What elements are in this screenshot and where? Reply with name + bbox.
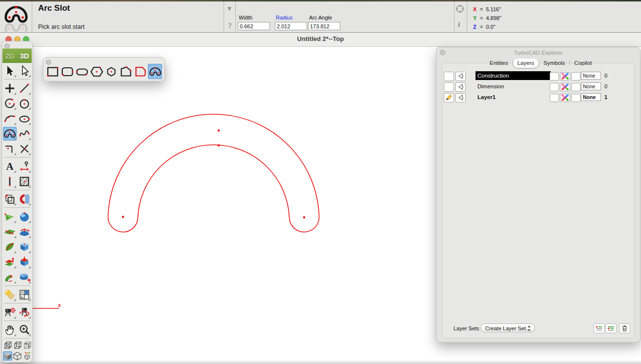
bend-solid-tool[interactable] — [3, 270, 17, 284]
arc-angle-input[interactable] — [308, 22, 340, 30]
extrude-layers-tool[interactable] — [3, 255, 17, 269]
cone-3d-tool[interactable] — [3, 210, 17, 223]
sweep-3d-tool[interactable] — [3, 240, 17, 254]
layer-render-mode[interactable]: None — [581, 93, 601, 101]
line-tool[interactable] — [18, 81, 31, 95]
layer-name[interactable]: Construction — [476, 71, 551, 80]
text-tool[interactable]: A — [3, 160, 17, 173]
update-layer-set-button[interactable] — [605, 324, 617, 333]
hexagon-tool[interactable] — [89, 64, 103, 79]
rectangle-tool[interactable] — [45, 64, 60, 79]
new-layer-set-button[interactable] — [594, 324, 605, 333]
layer-flag-toggle[interactable] — [455, 93, 466, 102]
layer-material-box[interactable] — [571, 72, 580, 81]
layer-sets-dropdown[interactable]: Create Layer Set... — [480, 324, 535, 332]
render-options-view[interactable] — [22, 351, 32, 361]
duplicate-tool[interactable] — [3, 192, 17, 206]
layer-name[interactable]: Layer1 — [476, 93, 551, 101]
arc-tool[interactable] — [3, 97, 17, 110]
cylinder-add-tool[interactable] — [18, 270, 31, 284]
tab-entities[interactable]: Entities — [485, 59, 513, 68]
explorer-title: TurboCAD Explorer — [436, 50, 640, 56]
layer-pen-swatch[interactable] — [560, 83, 570, 91]
polygon-tool[interactable] — [104, 64, 118, 79]
tool-grid: A — [2, 63, 32, 361]
dimension-tool[interactable] — [18, 160, 31, 173]
layer-edit-toggle[interactable] — [444, 93, 454, 102]
equals-sign: = — [480, 24, 483, 30]
shape-tool-row — [45, 64, 162, 79]
layer-flag-toggle[interactable] — [455, 72, 466, 81]
layer-color-box[interactable] — [550, 94, 559, 102]
layer-name[interactable]: Dimension — [476, 82, 551, 91]
plane-3d-tool[interactable] — [3, 225, 17, 239]
equals-sign: = — [480, 15, 483, 21]
curve-tool[interactable] — [3, 112, 17, 125]
sphere-3d-tool[interactable] — [18, 210, 31, 223]
tab-copilot[interactable]: Copilot — [570, 59, 596, 68]
rounded-rectangle-tool[interactable] — [60, 64, 74, 79]
info-icon[interactable]: i — [458, 20, 460, 29]
pick-cursor[interactable] — [18, 64, 31, 78]
slot-tool[interactable] — [75, 64, 89, 79]
cube-3d-tool[interactable] — [18, 240, 31, 254]
width-input[interactable] — [238, 22, 270, 30]
hidden-line-view[interactable] — [22, 341, 32, 350]
layer-pen-swatch[interactable] — [560, 94, 570, 102]
layer-color-box[interactable] — [550, 72, 559, 81]
ellipse-tool[interactable] — [18, 112, 31, 125]
box-extrude-tool[interactable] — [18, 255, 31, 269]
viewport-layout-tool[interactable] — [18, 288, 31, 302]
segment-tool[interactable] — [3, 175, 17, 188]
wireframe-view[interactable] — [13, 341, 22, 350]
help-icon[interactable]: ? — [226, 21, 234, 30]
pan-hand-tool[interactable] — [3, 323, 17, 337]
snap-point[interactable] — [3, 81, 17, 95]
layer-edit-toggle[interactable] — [444, 82, 454, 92]
irregular-polygon-tool[interactable] — [119, 64, 133, 79]
tab-symbols[interactable]: Symbols — [539, 59, 569, 68]
tab-2d[interactable]: 2D — [2, 49, 17, 63]
layer-pen-swatch[interactable] — [560, 72, 570, 81]
tab-layers[interactable]: Layers — [513, 59, 539, 68]
equals-sign: = — [480, 6, 483, 12]
dropdown-arrows-icon — [527, 325, 531, 332]
outline-view[interactable] — [13, 351, 22, 361]
layer-object-count: 1 — [604, 93, 607, 101]
light-tool[interactable] — [3, 288, 17, 302]
layer-flag-toggle[interactable] — [455, 82, 466, 92]
rotate-dome-3d-tool[interactable] — [18, 225, 31, 239]
toolbar-divider — [224, 1, 224, 32]
tool-group-divider — [4, 285, 30, 286]
select-cursor[interactable] — [3, 64, 17, 78]
crosshair-icon[interactable] — [455, 4, 464, 15]
hatch-tool[interactable] — [18, 175, 31, 188]
camera-tool[interactable] — [3, 305, 17, 319]
zoom-tool[interactable] — [18, 323, 31, 337]
walkthrough-tool[interactable] — [18, 305, 31, 319]
spline-tool[interactable] — [18, 127, 31, 141]
layer-render-mode[interactable]: None — [581, 82, 601, 90]
delete-layer-set-button[interactable] — [619, 324, 630, 333]
corner-line-tool[interactable] — [3, 142, 17, 156]
layer-material-box[interactable] — [571, 94, 580, 102]
arc-slot-tool[interactable] — [3, 127, 17, 141]
layer-render-mode[interactable]: None — [581, 72, 601, 80]
tab-3d[interactable]: 3D — [17, 49, 32, 63]
tool-row — [2, 304, 32, 320]
cross-lines-tool[interactable] — [18, 142, 31, 156]
chevron-down-icon[interactable]: ▼ — [226, 5, 233, 12]
rounded-polygon-tool[interactable] — [133, 64, 147, 79]
tool-row — [2, 269, 32, 284]
magnet-tool[interactable] — [18, 192, 31, 206]
layer-edit-toggle[interactable] — [444, 72, 454, 81]
active-tool-title: Arc Slot — [38, 3, 70, 13]
circle-tool[interactable] — [18, 97, 31, 110]
layer-color-box[interactable] — [550, 83, 559, 91]
tool-row — [2, 209, 32, 224]
arc-slot-tool[interactable] — [148, 64, 162, 79]
radius-input[interactable] — [275, 22, 307, 30]
wireframe-diagonals-view[interactable] — [3, 341, 12, 350]
layer-material-box[interactable] — [571, 83, 580, 91]
shaded-view[interactable] — [3, 351, 12, 361]
